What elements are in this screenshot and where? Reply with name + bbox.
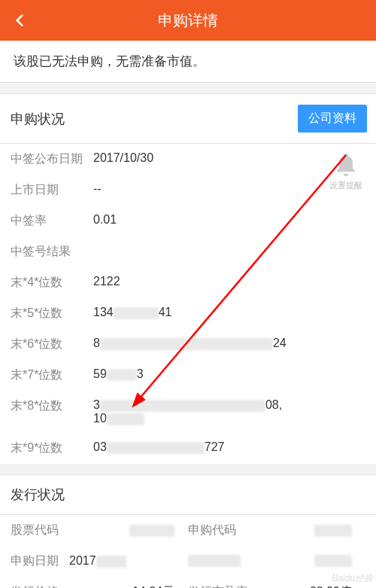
issue-section-title: 发行状况 [11, 486, 65, 504]
bell-icon [332, 151, 359, 178]
code-row: 股票代码 申购代码 [0, 515, 376, 546]
back-icon[interactable] [12, 10, 27, 31]
subscription-details: 设置提醒 中签公布日期 2017/10/30 上市日期 -- 中签率 0.01 … [0, 144, 376, 464]
tail8-row: 末*8*位数 308,10 [0, 391, 376, 433]
subscription-section-title: 申购状况 [11, 110, 65, 128]
app-header: 申购详情 [0, 0, 376, 41]
subscribe-date-row: 申购日期 2017 [0, 546, 376, 577]
issue-details: 股票代码 申购代码 申购日期 2017 发行价格 14.24元 发行市盈率 22… [0, 515, 376, 588]
notice-banner: 该股已无法申购，无需准备市值。 [0, 41, 376, 83]
subscription-section-header: 申购状况 公司资料 [0, 93, 376, 144]
tail7-row: 末*7*位数 593 [0, 360, 376, 391]
reminder-label: 设置提醒 [329, 180, 362, 191]
announce-date-row: 中签公布日期 2017/10/30 [0, 144, 376, 175]
lottery-result-row: 中签号结果 [0, 236, 376, 267]
tail9-row: 末*9*位数 03727 [0, 433, 376, 464]
issue-price-row: 发行价格 14.24元 发行市盈率 22.99倍 [0, 577, 376, 588]
tail5-row: 末*5*位数 13441 [0, 298, 376, 329]
page-title: 申购详情 [158, 11, 218, 31]
tail4-row: 末*4*位数 2122 [0, 267, 376, 298]
company-info-button[interactable]: 公司资料 [298, 105, 367, 133]
issue-section-header: 发行状况 [0, 474, 376, 515]
lottery-rate-row: 中签率 0.01 [0, 206, 376, 236]
listing-date-row: 上市日期 -- [0, 175, 376, 206]
reminder-button[interactable]: 设置提醒 [329, 151, 362, 191]
tail6-row: 末*6*位数 824 [0, 329, 376, 360]
watermark: Baidu经验 [332, 572, 373, 585]
